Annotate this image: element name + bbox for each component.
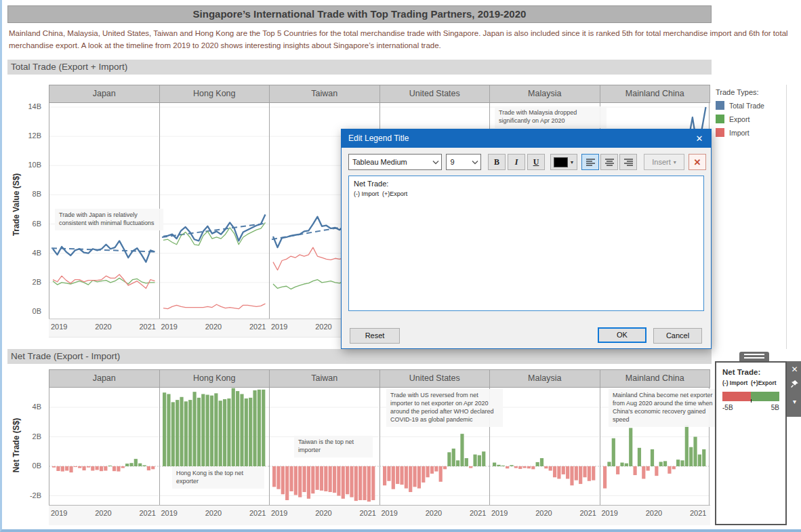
bar-panel-malaysia [489, 388, 599, 505]
legend-title-line2: (-) Import (+)Export [354, 190, 699, 197]
color-swatch [554, 157, 568, 167]
bar-panel-japan [49, 388, 159, 505]
align-right-button[interactable] [619, 154, 637, 170]
year-label: 2021 [360, 509, 376, 517]
legend-item-import[interactable]: Import [716, 128, 783, 137]
year-label: 2021 [580, 509, 596, 517]
year-label: 2020 [95, 323, 111, 331]
import-swatch [716, 128, 724, 137]
italic-button[interactable]: I [508, 154, 525, 170]
dialog-title: Edit Legend Title [342, 129, 711, 148]
legend-item-total-trade[interactable]: Total Trade [716, 101, 783, 110]
year-label: 2021 [690, 509, 706, 517]
close-icon[interactable]: ✕ [787, 361, 801, 377]
year-label: 2019 [51, 509, 67, 517]
legend-area-divider [786, 85, 787, 349]
tick-label: -2B [14, 491, 41, 499]
align-right-icon [624, 159, 633, 166]
year-label: 2020 [315, 509, 331, 517]
dashboard: Singapore’s International Trade with Top… [0, 0, 801, 532]
tick-label: 2B [14, 278, 41, 286]
legend-item-label: Export [729, 115, 749, 123]
page-title: Singapore’s International Trade with Top… [7, 5, 712, 23]
annotation-united-states: Trade with US reversed from net importer… [386, 389, 503, 427]
pin-icon[interactable] [787, 377, 801, 394]
year-label: 2019 [382, 509, 398, 517]
tick-label: 0B [14, 307, 41, 315]
annotation-hong-kong: Hong Kong is the top net exporter [172, 467, 264, 489]
year-label: 2019 [161, 509, 178, 517]
cancel-button[interactable]: Cancel [653, 328, 702, 344]
column-header-hong-kong: Hong Kong [160, 370, 270, 387]
font-name-select[interactable]: Tableau Medium [348, 154, 442, 170]
panel-separator [600, 388, 600, 505]
bold-button[interactable]: B [488, 154, 506, 170]
net-trade-legend-toolbar: ✕ ▾ [787, 361, 801, 417]
section-header-total-trade: Total Trade (Export + Import) [7, 60, 712, 75]
column-header-malaysia: Malaysia [490, 85, 600, 102]
insert-dropdown-button[interactable]: Insert ▾ [644, 154, 684, 170]
year-label: 2021 [249, 323, 266, 331]
year-label: 2020 [535, 509, 552, 517]
column-header-united-states: United States [380, 370, 491, 387]
dialog-format-toolbar: Tableau Medium 9 B I U ▼ [348, 154, 706, 170]
chevron-down-icon: ▼ [570, 160, 575, 165]
chevron-down-icon [472, 160, 478, 165]
tick-label: 14B [14, 102, 41, 110]
align-left-button[interactable] [581, 154, 599, 170]
gradient-center-tick [751, 399, 752, 403]
net-trade-legend-drag-handle[interactable] [739, 352, 769, 362]
panel-separator [49, 103, 49, 319]
year-label: 2020 [95, 509, 111, 517]
legend-title-text-area[interactable]: Net Trade: (-) Import (+)Export [348, 176, 704, 311]
chevron-down-icon[interactable]: ▾ [787, 394, 801, 410]
edit-legend-title-dialog: Edit Legend Title ✕ Tableau Medium 9 B I… [341, 129, 712, 349]
section-header-net-trade: Net Trade (Export - Import) [7, 349, 712, 364]
net-trade-legend[interactable]: Net Trade: (-) Import (+)Export -5B 5B [715, 361, 787, 525]
align-left-icon [586, 159, 595, 166]
year-label: 2021 [249, 509, 266, 517]
reset-button[interactable]: Reset [350, 328, 400, 344]
year-label: 2021 [140, 323, 156, 331]
trade-types-legend: Trade Types: Total Trade Export Import [716, 88, 783, 142]
net-trade-gradient-bar [722, 392, 779, 401]
trade-types-legend-title: Trade Types: [716, 88, 783, 96]
year-label: 2021 [470, 509, 486, 517]
year-label: 2019 [271, 323, 287, 331]
underline-button[interactable]: U [527, 154, 545, 170]
column-header-mainland-china: Mainland China [600, 370, 711, 387]
align-center-button[interactable] [600, 154, 618, 170]
column-header-japan: Japan [49, 85, 160, 102]
column-header-mainland-china: Mainland China [600, 85, 711, 102]
column-header-united-states: United States [380, 85, 491, 102]
year-label: 2020 [205, 323, 222, 331]
ok-button[interactable]: OK [598, 327, 646, 343]
year-label: 2019 [602, 509, 618, 517]
panel-separator [49, 388, 49, 505]
panel-separator [159, 388, 160, 505]
page-description: Mainland China, Malaysia, United States,… [9, 28, 798, 52]
year-label: 2020 [646, 509, 662, 517]
net-trade-max-label: 5B [771, 404, 779, 411]
total-trade-y-ticks: 14B12B10B8B6B4B2B0B [2, 103, 45, 319]
net-trade-min-label: -5B [722, 404, 733, 411]
tick-label: 4B [14, 403, 41, 411]
year-label: 2019 [51, 323, 67, 331]
annotation-taiwan: Taiwan is the top net importer [294, 436, 373, 457]
chevron-down-icon: ▾ [674, 159, 676, 165]
font-size-select[interactable]: 9 [446, 154, 481, 170]
export-swatch [716, 115, 724, 123]
total-trade-swatch [716, 101, 724, 110]
font-color-button[interactable]: ▼ [550, 154, 577, 170]
year-label: 2019 [271, 509, 287, 517]
year-label: 2020 [315, 323, 331, 331]
dialog-close-icon[interactable]: ✕ [688, 129, 711, 148]
annotation-malaysia: Trade with Malaysia dropped significantl… [495, 106, 607, 128]
legend-item-export[interactable]: Export [716, 115, 783, 123]
year-label: 2020 [426, 509, 442, 517]
clear-formatting-button[interactable]: ✕ [689, 154, 706, 170]
column-header-taiwan: Taiwan [270, 370, 380, 387]
tick-label: 0B [14, 462, 41, 470]
tick-label: 6B [14, 220, 41, 228]
annotation-japan: Trade with Japan is relatively consisten… [55, 209, 163, 230]
